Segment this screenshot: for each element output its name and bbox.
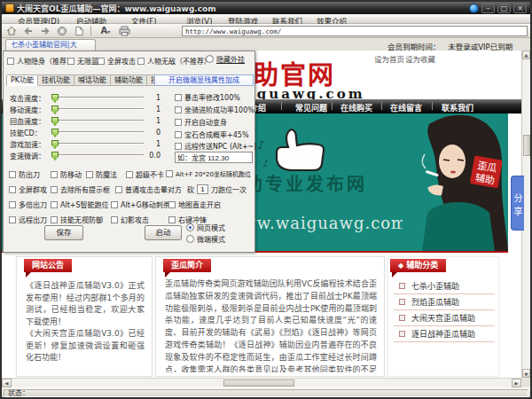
nav-buy[interactable]: 在线购买 — [340, 102, 372, 113]
slider-skill-cd[interactable]: 技能CD：0 — [10, 127, 168, 137]
vertical-scroll-thumb[interactable] — [523, 135, 530, 156]
option-anti-slash[interactable]: 防出刀 — [9, 169, 40, 179]
browser-tab[interactable]: 七杀小歪辅助官网|大 — [5, 39, 96, 51]
slider-track[interactable] — [51, 143, 144, 145]
slider-heal-speed[interactable]: 回血速度：1 — [10, 115, 168, 126]
option-ignore-defense[interactable]: 技能无视防御 — [51, 215, 103, 224]
horizontal-scroll-thumb[interactable] — [223, 379, 294, 387]
option-ranged-slash[interactable]: 远程出刀 — [9, 215, 47, 224]
category-link-lieyan[interactable]: 烈焰歪瓜辅助 — [394, 294, 495, 310]
option-gem-synthesis[interactable]: 宝石合成概率+45% — [175, 129, 248, 139]
nav-contact[interactable]: 联系我们 — [442, 102, 473, 113]
save-button[interactable]: 保存 — [44, 225, 83, 240]
app-window: 大闹天宫OL歪瓜辅助—官网：www.waiguawg.com – □ × 会员管… — [0, 0, 532, 399]
panel-tab-shout[interactable]: 喊话功能 — [74, 74, 111, 86]
svg-text:♪: ♪ — [262, 158, 269, 169]
back-button[interactable] — [21, 25, 35, 37]
scroll-left-button[interactable]: ◀ — [2, 379, 12, 387]
messenger-icon[interactable] — [469, 4, 479, 13]
panel-tab-pk[interactable]: PK功能 — [6, 74, 38, 86]
checkbox-icon — [126, 171, 133, 178]
slider-thumb[interactable] — [51, 106, 59, 114]
stop-button[interactable] — [55, 25, 69, 37]
app-icon — [5, 4, 14, 12]
npc-teleport-input[interactable] — [175, 152, 253, 163]
slider-thumb[interactable] — [51, 94, 59, 103]
option-invincible[interactable]: 人物无敌（不推荐） — [137, 56, 211, 66]
option-anti-move[interactable]: 防移动 — [51, 169, 82, 179]
option-multi-slash[interactable]: 多倍出刀 — [9, 200, 47, 209]
minimize-button[interactable]: – — [481, 4, 495, 13]
checkbox-icon — [51, 171, 58, 178]
mode-micro-radio[interactable]: 微端模式 — [186, 234, 225, 244]
option-aoe-group[interactable]: 全屏群攻 — [9, 184, 47, 194]
checkbox-icon — [137, 58, 145, 65]
slider-thumb[interactable] — [51, 129, 59, 137]
option-crit-rate[interactable]: 暴击率修改100% — [175, 92, 240, 102]
address-input[interactable] — [182, 26, 528, 36]
option-map-straight[interactable]: 地图直走开启 — [168, 200, 221, 209]
slider-game-speed[interactable]: 游戏加速：1 — [10, 138, 168, 149]
option-no-lag[interactable]: 超级不卡 — [126, 169, 164, 179]
option-move-assassinate[interactable]: Alt+G移动刺杀 — [111, 200, 170, 209]
option-phantom-attack[interactable]: 幻影攻击 — [111, 215, 149, 224]
option-stun-attack[interactable]: 普通攻击击晕对方 — [115, 184, 182, 194]
home-button[interactable] — [4, 25, 19, 37]
option-smart-run[interactable]: Alt+S智能跑位 — [51, 200, 109, 209]
slider-track[interactable] — [51, 131, 144, 133]
scroll-right-button[interactable]: ▶ — [512, 379, 521, 387]
share-button[interactable]: 分享 — [511, 176, 524, 231]
option-mount-upgrade[interactable]: 坐骑进阶成功率100% — [175, 105, 254, 114]
slider-move-speed[interactable]: 移动速度：1 — [10, 104, 168, 114]
nav-message[interactable]: 在线留言 — [390, 102, 422, 113]
slider-thumb[interactable] — [51, 140, 59, 149]
hide-cheat-toggle[interactable]: 隐藏外挂 — [206, 54, 245, 64]
scroll-down-button[interactable]: ▼ — [522, 369, 530, 378]
panel-tab-afk[interactable]: 挂机功能 — [38, 74, 74, 86]
font-size-button[interactable]: A ▾ — [96, 25, 115, 37]
category-link-zhurizhanshen[interactable]: 逐日战神歪瓜辅助 — [394, 326, 495, 342]
checkbox-icon — [175, 131, 182, 138]
micro-client-button[interactable]: 开启微端显残属性加成 — [154, 74, 254, 86]
option-auto-transform[interactable]: 开启自动变身 — [175, 117, 227, 127]
panel-tab-assist[interactable]: 辅助功能 — [111, 74, 147, 86]
category-link-qisha[interactable]: 七杀小歪辅助 — [394, 278, 495, 294]
option-remote-npc[interactable]: 远程传送NPC (Alt+~) — [175, 141, 256, 151]
start-button[interactable]: 启动 — [145, 225, 182, 240]
set-home-link[interactable]: 设为首页 — [374, 53, 404, 64]
slider-track[interactable] — [51, 108, 144, 110]
checkbox-icon — [175, 94, 182, 101]
option-infinite-mana[interactable]: 无限蓝 — [67, 56, 98, 66]
option-invisible[interactable]: 人物隐身（推荐） — [7, 56, 74, 66]
option-remove-popups[interactable]: 去除所有提示框 — [51, 184, 110, 194]
slider-track[interactable] — [51, 120, 144, 121]
refresh-page-button[interactable] — [72, 25, 86, 37]
scroll-up-button[interactable]: ▲ — [522, 51, 530, 59]
category-box: ◆辅助分类 七杀小歪辅助 烈焰歪瓜辅助 大闹天宫歪瓜辅助 逐日战神歪瓜辅助 — [387, 256, 499, 377]
category-link-danaotiangong[interactable]: 大闹天宫歪瓜辅助 — [394, 310, 495, 326]
slider-track[interactable] — [51, 154, 144, 156]
font-icon: A — [101, 26, 108, 36]
checkbox-icon — [168, 216, 176, 223]
printer-icon — [119, 26, 130, 36]
forward-button[interactable] — [38, 25, 52, 37]
slider-thumb[interactable] — [51, 117, 59, 126]
mode-web-radio[interactable]: 网页模式 — [186, 223, 225, 232]
option-random-run[interactable]: Alt+F 20*20坐标随机跑位 — [166, 169, 251, 178]
intro-text: 歪瓜辅助传奇类网页游戏辅助团队利用VC反编程技术结合歪瓜辅助独家研发的变速微调代… — [165, 278, 377, 372]
status-field: 状态： — [4, 389, 528, 397]
option-slash-run-count[interactable]: 砍 刀跑位一次 — [187, 184, 246, 194]
close-button[interactable]: × — [513, 4, 527, 13]
option-fullscreen-attack[interactable]: 全屏攻击 — [98, 56, 136, 66]
nav-faq[interactable]: 常见问题 — [295, 102, 327, 113]
set-favorite-link[interactable]: 设为收藏 — [405, 53, 435, 64]
slider-speed-finetune[interactable]: 变速微调：0.0 — [10, 150, 168, 160]
slider-thumb[interactable] — [51, 152, 59, 160]
slash-count-input[interactable] — [197, 184, 208, 194]
option-anti-magic[interactable]: 防魔法 — [86, 169, 117, 179]
print-button[interactable] — [117, 25, 131, 37]
horizontal-scrollbar[interactable]: ◀ ▶ — [2, 378, 521, 387]
slider-track[interactable] — [51, 97, 144, 98]
slider-attack-speed[interactable]: 攻击速度：1 — [10, 92, 168, 103]
maximize-button[interactable]: □ — [497, 4, 511, 13]
